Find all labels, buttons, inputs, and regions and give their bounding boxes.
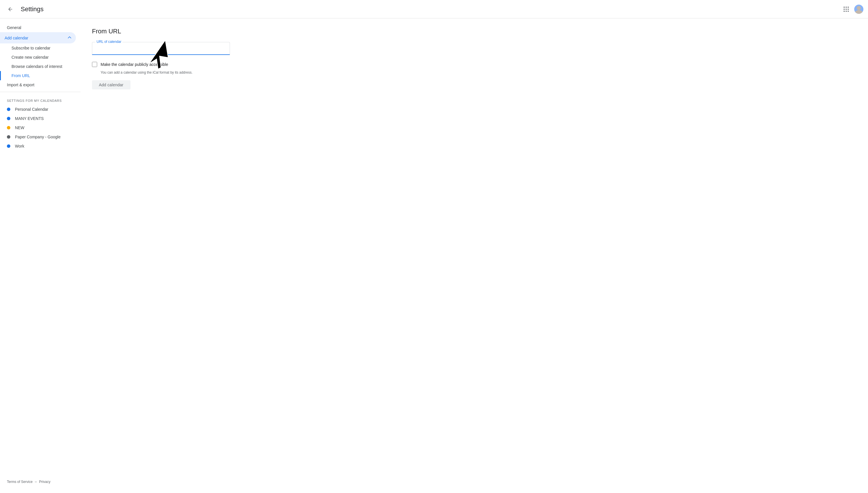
calendar-item-paper-company[interactable]: Paper Company - Google: [0, 132, 76, 142]
calendar-dot-paper-company: [7, 135, 10, 138]
grid-icon: [844, 7, 849, 12]
sidebar-section-title: Settings for my calendars: [0, 94, 81, 105]
url-input-container: URL of calendar: [92, 42, 230, 55]
from-url-title: From URL: [92, 28, 856, 35]
header-left: Settings: [5, 3, 44, 15]
public-calendar-checkbox[interactable]: [92, 62, 97, 67]
sidebar-sub-item-subscribe[interactable]: Subscribe to calendar: [0, 43, 76, 52]
public-calendar-label[interactable]: Make the calendar publicly accessible: [100, 62, 168, 67]
svg-point-0: [857, 6, 861, 10]
url-input[interactable]: [92, 42, 230, 55]
page-title: Settings: [21, 5, 44, 13]
main-layout: General Add calendar Subscribe to calend…: [0, 18, 868, 493]
chevron-up-icon: [67, 35, 72, 41]
checkbox-row: Make the calendar publicly accessible: [92, 62, 856, 67]
sidebar-item-general[interactable]: General: [0, 23, 76, 32]
app-header: Settings: [0, 0, 868, 18]
sidebar-item-import-export[interactable]: Import & export: [0, 80, 76, 89]
back-button[interactable]: [5, 3, 16, 15]
calendar-dot-personal: [7, 108, 10, 111]
add-calendar-button[interactable]: Add calendar: [92, 80, 131, 89]
sidebar-item-add-calendar[interactable]: Add calendar: [0, 32, 76, 43]
main-content: From URL URL of calendar Make the calend…: [81, 18, 868, 493]
terms-link[interactable]: Terms of Service: [7, 480, 32, 484]
sidebar-sub-item-browse[interactable]: Browse calendars of interest: [0, 62, 76, 71]
sidebar-footer: Terms of Service – Privacy: [0, 475, 81, 488]
user-avatar[interactable]: [854, 5, 863, 14]
sidebar-divider: [0, 92, 81, 92]
calendar-item-personal[interactable]: Personal Calendar: [0, 105, 76, 114]
apps-button[interactable]: [840, 3, 852, 15]
calendar-item-many-events[interactable]: MANY EVENTS: [0, 114, 76, 123]
sidebar-sub-item-create[interactable]: Create new calendar: [0, 52, 76, 62]
calendar-dot-work: [7, 144, 10, 148]
calendar-dot-new: [7, 126, 10, 129]
sidebar-sub-item-from-url[interactable]: From URL: [0, 71, 76, 80]
calendar-item-new[interactable]: NEW: [0, 123, 76, 132]
calendar-item-work[interactable]: Work: [0, 142, 76, 151]
privacy-link[interactable]: Privacy: [39, 480, 50, 484]
helper-text: You can add a calendar using the iCal fo…: [100, 70, 856, 74]
header-right: [840, 3, 863, 15]
svg-point-1: [855, 10, 863, 14]
sidebar: General Add calendar Subscribe to calend…: [0, 18, 81, 493]
calendar-dot-many-events: [7, 117, 10, 120]
